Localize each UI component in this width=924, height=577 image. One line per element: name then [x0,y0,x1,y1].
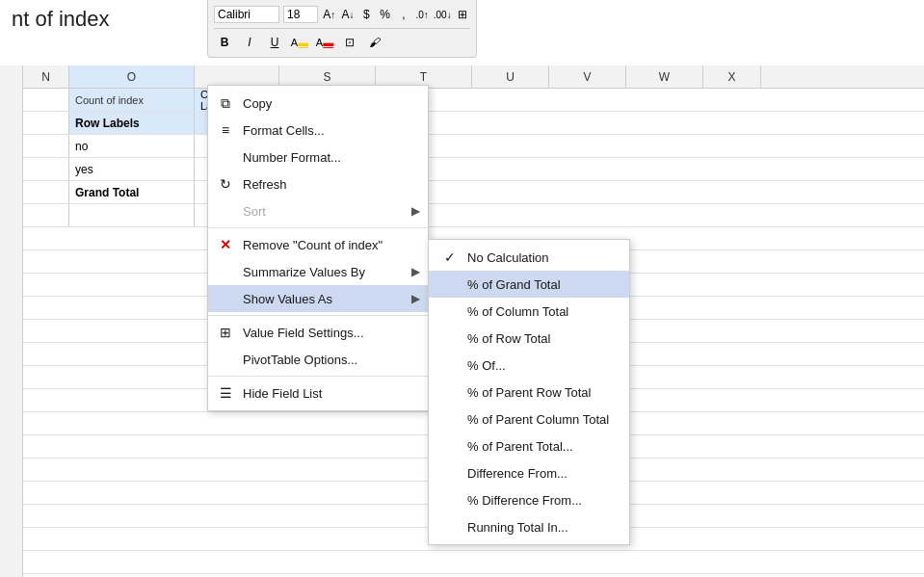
ctx-summarize[interactable]: Summarize Values By ▶ [208,258,428,285]
spreadsheet: nt of index A↑ A↓ $ % , .0↑ .00↓ ⊞ B I U… [0,0,924,577]
sort-arrow-icon: ▶ [411,204,420,218]
ctx-separator-2 [208,315,428,316]
sub-pct-parent-col[interactable]: % of Parent Column Total [429,406,629,433]
ctx-pivot-options-label: PivotTable Options... [243,353,357,367]
ctx-refresh-label: Refresh [243,177,287,192]
sub-no-calculation[interactable]: ✓ No Calculation [429,244,629,271]
summarize-arrow-icon: ▶ [411,265,420,278]
font-size-input[interactable] [283,6,318,23]
highlight-color-button[interactable]: A▬ [289,32,310,53]
ctx-show-values-label: Show Values As [243,292,332,306]
ctx-number-format-label: Number Format... [243,150,341,165]
ribbon-toolbar: A↑ A↓ $ % , .0↑ .00↓ ⊞ B I U A▬ A▬ ⊡ 🖌 [207,0,477,58]
show-values-submenu: ✓ No Calculation % of Grand Total % of C… [428,239,630,545]
ctx-separator-3 [208,376,428,377]
bold-button[interactable]: B [214,32,235,53]
col-header-o[interactable]: O [69,66,195,88]
row-numbers-col [0,66,23,577]
value-field-icon: ⊞ [216,323,235,342]
ctx-sort: Sort ▶ [208,197,428,224]
sub-pct-difference-from[interactable]: % Difference From... [429,486,629,513]
font-name-input[interactable] [214,6,279,23]
border-style-button[interactable]: ⊡ [339,32,360,53]
ctx-separator-1 [208,227,428,228]
ctx-remove[interactable]: ✕ Remove "Count of index" [208,231,428,258]
paint-format-button[interactable]: 🖌 [364,32,385,53]
ctx-hide-field-list[interactable]: ☰ Hide Field List [208,380,428,407]
hide-list-icon: ☰ [216,383,235,403]
ctx-value-field-settings[interactable]: ⊞ Value Field Settings... [208,319,428,346]
sub-difference-from[interactable]: Difference From... [429,459,629,486]
column-headers: N O S T U V W X [0,66,924,89]
increase-decimal-button[interactable]: .0↑ [414,4,429,25]
sub-pct-column-total[interactable]: % of Column Total [429,298,629,325]
ctx-refresh[interactable]: ↻ Refresh [208,170,428,197]
sub-running-total[interactable]: Running Total In... [429,513,629,540]
sub-pct-row-total[interactable]: % of Row Total [429,325,629,352]
page-title: nt of index [12,7,110,32]
no-calc-check-icon: ✓ [444,249,460,265]
italic-button[interactable]: I [239,32,260,53]
show-values-arrow-icon: ▶ [411,292,420,305]
copy-icon: ⧉ [216,93,235,113]
col-header-u[interactable]: U [472,66,549,88]
ctx-hide-list-label: Hide Field List [243,386,322,401]
ctx-format-cells[interactable]: ≡ Format Cells... [208,117,428,144]
decrease-font-button[interactable]: A↓ [340,4,355,25]
ctx-show-values[interactable]: Show Values As ▶ [208,285,428,312]
sub-pct-parent-total[interactable]: % of Parent Total... [429,433,629,459]
percent-button[interactable]: % [378,4,392,25]
col-header-w[interactable]: W [626,66,703,88]
col-header-x[interactable]: X [703,66,761,88]
comma-button[interactable]: , [396,4,410,25]
ctx-remove-label: Remove "Count of index" [243,238,383,252]
format-cells-icon: ≡ [216,120,235,140]
font-color-button[interactable]: A▬ [314,32,335,53]
decrease-decimal-button[interactable]: .00↓ [434,4,452,25]
ctx-value-field-label: Value Field Settings... [243,326,364,340]
ctx-summarize-label: Summarize Values By [243,265,365,279]
ctx-pivot-options[interactable]: PivotTable Options... [208,346,428,373]
border-button[interactable]: ⊞ [456,4,470,25]
refresh-icon: ↻ [216,174,235,194]
sub-pct-of[interactable]: % Of... [429,352,629,379]
sub-pct-grand-total[interactable]: % of Grand Total [429,271,629,298]
col-header-n[interactable]: N [23,66,69,88]
underline-button[interactable]: U [264,32,285,53]
ctx-number-format[interactable]: Number Format... [208,144,428,170]
ctx-sort-label: Sort [243,204,266,219]
sub-pct-parent-row[interactable]: % of Parent Row Total [429,379,629,406]
col-header-v[interactable]: V [549,66,626,88]
context-menu: ⧉ Copy ≡ Format Cells... Number Format..… [207,85,429,411]
ctx-format-cells-label: Format Cells... [243,123,325,138]
currency-button[interactable]: $ [359,4,374,25]
ctx-copy[interactable]: ⧉ Copy [208,90,428,117]
increase-font-button[interactable]: A↑ [322,4,336,25]
remove-icon: ✕ [216,235,235,254]
ctx-copy-label: Copy [243,96,272,111]
